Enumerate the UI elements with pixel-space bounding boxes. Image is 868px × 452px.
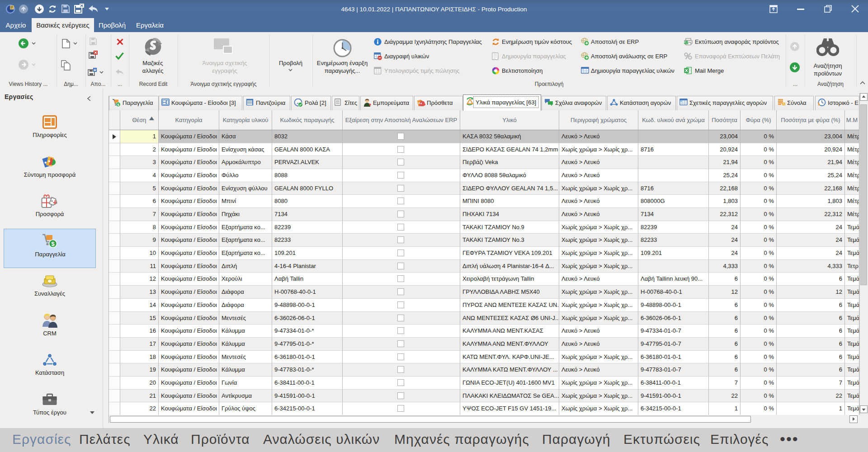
svg-text:$: $ [117, 103, 119, 107]
svg-text:XLS: XLS [684, 41, 689, 44]
svg-text:$: $ [51, 240, 55, 247]
